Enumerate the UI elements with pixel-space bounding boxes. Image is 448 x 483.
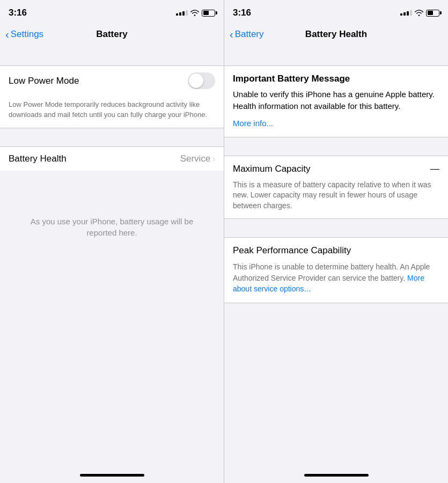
left-gap-2 (0, 128, 224, 147)
max-capacity-header: Maximum Capacity — (233, 164, 439, 174)
left-chevron-icon: ‹ (5, 28, 9, 41)
right-panel: 3:16 ‹ Battery Battery Health (224, 0, 448, 483)
right-gap-2 (224, 137, 448, 156)
left-nav-title: Battery (96, 29, 128, 40)
left-status-bar: 3:16 (0, 0, 224, 24)
low-power-card: Low Power Mode Low Power Mode temporaril… (0, 65, 224, 128)
right-home-bar (304, 474, 369, 477)
left-gap-3 (0, 171, 224, 189)
low-power-description: Low Power Mode temporarily reduces backg… (0, 96, 224, 128)
important-battery-card: Important Battery Message Unable to veri… (224, 65, 448, 137)
right-back-button[interactable]: ‹ Battery (230, 28, 264, 41)
battery-icon (202, 10, 215, 17)
toggle-knob (189, 74, 203, 88)
battery-health-right: Service › (180, 153, 215, 164)
right-gap-3 (224, 219, 448, 237)
signal-icon (176, 10, 188, 16)
usage-area: As you use your iPhone, battery usage wi… (0, 189, 224, 265)
right-status-bar: 3:16 (224, 0, 448, 24)
right-chevron-icon: ‹ (230, 28, 233, 41)
peak-performance-body: This iPhone is unable to determine batte… (233, 261, 439, 294)
max-capacity-value: — (430, 164, 439, 174)
usage-text: As you use your iPhone, battery usage wi… (31, 217, 194, 237)
left-home-bar (80, 474, 144, 477)
peak-performance-card: Peak Performance Capability This iPhone … (224, 237, 448, 303)
low-power-toggle[interactable] (188, 72, 215, 89)
right-signal-icon (400, 10, 412, 16)
important-battery-title: Important Battery Message (233, 74, 439, 84)
right-home-indicator (224, 465, 448, 483)
max-capacity-card: Maximum Capacity — This is a measure of … (224, 156, 448, 219)
right-wifi-icon (415, 10, 423, 16)
left-back-button[interactable]: ‹ Settings (5, 28, 43, 41)
low-power-row: Low Power Mode (0, 66, 224, 96)
right-gap-1 (224, 47, 448, 65)
left-gap-1 (0, 47, 224, 65)
battery-health-value: Service (180, 153, 211, 164)
left-home-indicator (0, 465, 224, 483)
right-nav-bar: ‹ Battery Battery Health (224, 24, 448, 47)
important-battery-body: Unable to verify this iPhone has a genui… (233, 89, 439, 112)
max-capacity-title: Maximum Capacity (233, 164, 311, 174)
wifi-icon (190, 10, 199, 16)
right-back-label: Battery (235, 29, 264, 40)
low-power-label: Low Power Mode (9, 76, 79, 86)
left-panel: 3:16 ‹ Settings Battery (0, 0, 224, 483)
battery-health-label: Battery Health (9, 153, 67, 164)
left-status-icons (176, 10, 215, 17)
right-status-icons (400, 10, 439, 17)
battery-health-chevron-icon: › (212, 155, 215, 163)
left-time: 3:16 (9, 8, 27, 18)
max-capacity-description: This is a measure of battery capacity re… (233, 180, 439, 211)
peak-body-text: This iPhone is unable to determine batte… (233, 262, 430, 282)
left-nav-bar: ‹ Settings Battery (0, 24, 224, 47)
battery-health-row[interactable]: Battery Health Service › (0, 147, 224, 171)
right-nav-title: Battery Health (305, 29, 367, 40)
right-time: 3:16 (233, 8, 251, 18)
left-back-label: Settings (11, 29, 43, 40)
right-battery-icon (426, 10, 439, 17)
more-info-link[interactable]: More info... (233, 119, 273, 128)
peak-performance-title: Peak Performance Capability (233, 245, 439, 256)
